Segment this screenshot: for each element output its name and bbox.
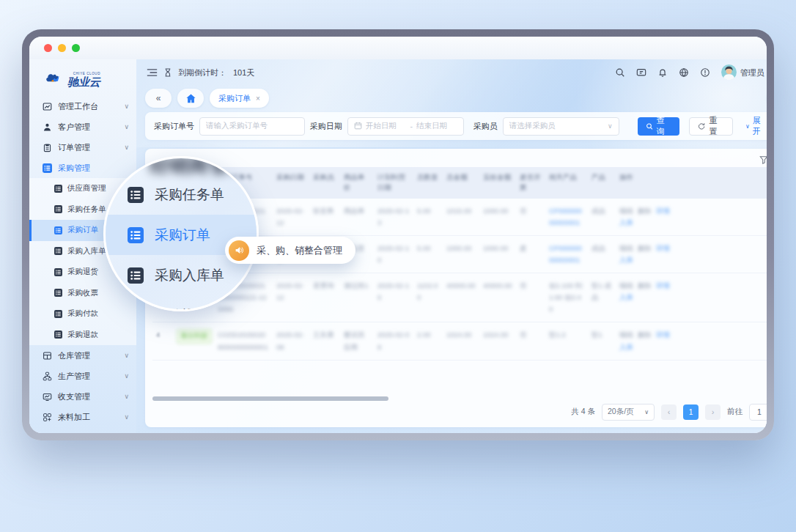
- sidebar-item-order[interactable]: 订单管理∨: [29, 137, 136, 158]
- sidebar-item-dash[interactable]: 管理工作台∨: [29, 96, 136, 117]
- sidebar-subitem[interactable]: 采购付款: [29, 303, 136, 325]
- table-cell: 1024.00: [479, 329, 516, 341]
- topbar: 到期倒计时： 101天: [138, 59, 767, 86]
- chevron-down-icon: ∨: [608, 122, 613, 130]
- table-row[interactable]: 4部分到货CGDD202502080000000000012025-02-08王…: [152, 322, 767, 360]
- speaker-icon: [229, 240, 249, 261]
- list-icon: [54, 310, 62, 318]
- app-screen: CHIYE CLOUD 驰业云 管理工作台∨客户管理∨订单管理∨采购管理供应商管…: [29, 37, 767, 433]
- magnified-menu-item[interactable]: 采购任务单: [106, 174, 257, 215]
- chevron-down-icon: ∨: [644, 409, 649, 415]
- user-menu[interactable]: 管理员 ∨: [721, 64, 767, 81]
- close-window-button[interactable]: [44, 44, 52, 52]
- tabs-back-button[interactable]: «: [145, 89, 172, 108]
- row-action-link[interactable]: 删除: [638, 207, 652, 215]
- related-products-cell[interactable]: CP00000000000001: [545, 243, 588, 266]
- reset-button[interactable]: 重置: [689, 117, 733, 136]
- search-icon[interactable]: [615, 67, 625, 78]
- order-no-input[interactable]: 请输入采购订单号: [199, 117, 305, 136]
- table-cell: 5.00: [413, 243, 443, 254]
- order-no-placeholder: 请输入采购订单号: [206, 121, 298, 131]
- page-1-button[interactable]: 1: [683, 404, 699, 420]
- sidebar-subitem[interactable]: 采购收票: [29, 283, 136, 304]
- row-action-link[interactable]: 编辑: [619, 281, 633, 289]
- sidebar-subitem[interactable]: 采购退款: [29, 325, 136, 346]
- table-row[interactable]: 3部分到货CGDD20250212000000121-1234562025-02…: [152, 273, 767, 322]
- date-start-placeholder: 开始日期: [366, 121, 407, 131]
- message-icon[interactable]: [636, 67, 646, 78]
- globe-icon[interactable]: [679, 67, 689, 78]
- row-action-link[interactable]: 详情: [656, 330, 670, 339]
- chevron-down-icon: ∨: [124, 123, 129, 130]
- related-products-cell[interactable]: CP00000000000001: [545, 205, 588, 229]
- product-cell: 成品: [588, 205, 616, 217]
- maximize-window-button[interactable]: [72, 44, 80, 52]
- table-cell: 1000.00: [443, 243, 479, 254]
- buyer-select[interactable]: 请选择采购员 ∨: [503, 117, 619, 136]
- next-page-button[interactable]: ›: [705, 404, 721, 420]
- goto-page-input[interactable]: 1: [749, 404, 767, 421]
- countdown-value: 101天: [233, 67, 254, 78]
- funnel-icon[interactable]: [759, 155, 767, 164]
- row-action-link[interactable]: 入库: [619, 256, 633, 264]
- table-cell: 整试供应商: [340, 329, 374, 352]
- sidebar-item-finance[interactable]: 收支管理∨: [29, 386, 136, 407]
- table-cell: 5.00: [413, 205, 443, 217]
- hourglass-icon: [164, 68, 172, 77]
- row-action-link[interactable]: 入库: [619, 343, 633, 351]
- table-cell: 2025-02-08: [374, 329, 413, 352]
- date-range-input[interactable]: 开始日期 - 结束日期: [347, 117, 464, 136]
- row-action-link[interactable]: 编辑: [619, 207, 633, 215]
- row-action-link[interactable]: 入库: [619, 293, 633, 301]
- sidebar-item-material[interactable]: 来料加工∨: [29, 407, 136, 427]
- pagination: 共 4 条 20条/页 ∨ ‹ 1 › 前往 1 页: [152, 401, 767, 423]
- info-icon[interactable]: [700, 67, 710, 78]
- table-cell: 2025-02-12: [273, 280, 309, 303]
- finance-icon: [43, 392, 52, 402]
- table-cell: 测过用1: [340, 280, 374, 292]
- row-action-link[interactable]: 详情: [656, 244, 670, 252]
- actions-cell: 编辑删除详情入库: [616, 280, 689, 303]
- minimize-window-button[interactable]: [58, 44, 66, 52]
- close-tab-icon[interactable]: ×: [256, 95, 260, 103]
- feature-tooltip-text: 采、购、销整合管理: [257, 244, 342, 257]
- chevron-down-icon: ∨: [124, 103, 129, 110]
- table-cell: 2025-02-13: [374, 205, 413, 229]
- bell-icon[interactable]: [657, 67, 668, 78]
- chevron-down-icon: ∨: [124, 372, 129, 380]
- row-action-link[interactable]: 编辑: [619, 244, 633, 252]
- sidebar-subitem-label: 供应商管理: [67, 183, 106, 193]
- product-cell: 型1: [588, 329, 616, 341]
- sidebar-item-production[interactable]: 生产管理∨: [29, 366, 136, 386]
- prev-page-button[interactable]: ‹: [661, 404, 677, 420]
- row-action-link[interactable]: 删除: [638, 281, 652, 289]
- brand-logo: CHIYE CLOUD 驰业云: [29, 65, 136, 96]
- calendar-icon: [354, 122, 362, 131]
- row-action-link[interactable]: 删除: [638, 330, 652, 339]
- row-action-link[interactable]: 编辑: [619, 330, 633, 339]
- page-size-select[interactable]: 20条/页 ∨: [602, 404, 655, 421]
- home-tab-button[interactable]: [177, 89, 204, 108]
- row-action-link[interactable]: 详情: [656, 281, 670, 289]
- horizontal-scrollbar[interactable]: [152, 396, 388, 401]
- related-products-cell: 型1:2: [545, 329, 588, 341]
- brand-name: 驰业云: [67, 76, 100, 87]
- expand-toggle[interactable]: ∨ 展开: [745, 115, 767, 137]
- sidebar-subitem-label: 采购退货: [67, 267, 98, 277]
- dashboard-icon: [43, 102, 52, 111]
- collapse-sidebar-icon[interactable]: [147, 68, 158, 77]
- row-action-link[interactable]: 删除: [638, 244, 652, 252]
- sidebar-item-purchase[interactable]: 采购管理: [29, 158, 136, 178]
- tab-purchase-order[interactable]: 采购订单 ×: [210, 89, 269, 108]
- magnified-menu-label: 采购订单: [155, 226, 210, 245]
- customer-icon: [43, 122, 52, 132]
- column-header: 采购员: [309, 172, 340, 193]
- magnifier-overlay: 经销商管理 采购任务单采购订单采购入库单采购退货: [103, 156, 259, 311]
- sidebar-item-customer[interactable]: 客户管理∨: [29, 117, 136, 137]
- row-action-link[interactable]: 详情: [656, 207, 670, 215]
- sidebar-item-label: 客户管理: [58, 122, 118, 133]
- sidebar-item-warehouse[interactable]: 仓库管理∨: [29, 345, 136, 366]
- search-button[interactable]: 查询: [638, 117, 680, 136]
- row-action-link[interactable]: 入库: [619, 218, 633, 226]
- table-cell: 否: [516, 205, 545, 217]
